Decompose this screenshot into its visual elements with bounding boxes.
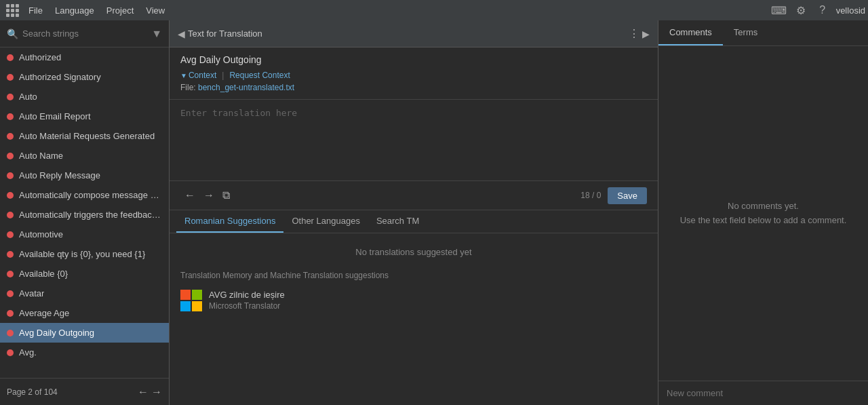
next-page-button[interactable]: → bbox=[151, 386, 162, 398]
main-layout: 🔍 ▼ AuthorizedAuthorized SignatoryAutoAu… bbox=[0, 20, 868, 405]
sidebar-item-authorized[interactable]: Authorized bbox=[0, 47, 169, 67]
next-string-button[interactable]: → bbox=[199, 187, 218, 204]
ms-logo bbox=[180, 290, 202, 311]
settings-icon[interactable]: ⚙ bbox=[793, 2, 809, 18]
menu-language[interactable]: Language bbox=[50, 3, 100, 18]
suggestions-tabs: Romanian SuggestionsOther LanguagesSearc… bbox=[170, 210, 658, 233]
status-dot bbox=[7, 54, 14, 61]
file-info: File: bench_get-untranslated.txt bbox=[180, 83, 647, 92]
sidebar-item-label: Authorized Signatory bbox=[19, 72, 101, 82]
right-panel: CommentsTerms No comments yet. Use the t… bbox=[658, 20, 868, 405]
status-dot bbox=[7, 251, 14, 258]
context-bar: ▼ Context | Request Context bbox=[180, 71, 647, 80]
copy-source-button[interactable]: ⧉ bbox=[218, 187, 234, 204]
prev-page-button[interactable]: ← bbox=[138, 386, 149, 398]
sidebar-item-label: Auto bbox=[19, 92, 37, 102]
status-dot bbox=[7, 271, 14, 277]
help-icon[interactable]: ? bbox=[814, 2, 831, 18]
sidebar-footer: Page 2 of 104 ← → bbox=[0, 378, 169, 405]
sidebar-item-auto-material[interactable]: Auto Material Requests Generated bbox=[0, 126, 169, 146]
request-context-link[interactable]: Request Context bbox=[229, 71, 290, 80]
sidebar-item-label: Avg Daily Outgoing bbox=[19, 328, 94, 338]
search-input[interactable] bbox=[22, 28, 147, 39]
status-dot bbox=[7, 192, 14, 199]
no-suggestions-text: No translations suggested yet bbox=[180, 240, 647, 264]
file-label: File: bbox=[180, 83, 196, 92]
status-dot bbox=[7, 153, 14, 159]
no-comments-line2: Use the text field below to add a commen… bbox=[680, 214, 847, 228]
separator: | bbox=[222, 71, 224, 80]
chevron-down-icon: ▼ bbox=[180, 72, 187, 79]
panel-header: ◀ Text for Translation ⋮ ▶ bbox=[170, 20, 658, 47]
right-footer bbox=[658, 381, 868, 405]
menu-file[interactable]: File bbox=[23, 3, 48, 18]
source-section: Avg Daily Outgoing ▼ Context | Request C… bbox=[170, 47, 658, 100]
sidebar-item-available[interactable]: Available {0} bbox=[0, 264, 169, 284]
status-dot bbox=[7, 212, 14, 218]
tm-header: Translation Memory and Machine Translati… bbox=[180, 271, 647, 280]
sidebar-item-auto-name[interactable]: Auto Name bbox=[0, 146, 169, 166]
keyboard-icon[interactable]: ⌨ bbox=[771, 2, 787, 18]
menu-project[interactable]: Project bbox=[101, 3, 139, 18]
sidebar-item-label: Automatically triggers the feedback ... bbox=[19, 210, 162, 220]
apps-grid-button[interactable] bbox=[3, 1, 22, 20]
new-comment-input[interactable] bbox=[667, 388, 860, 398]
sidebar-item-auto-triggers[interactable]: Automatically triggers the feedback ... bbox=[0, 205, 169, 225]
context-toggle[interactable]: ▼ Context bbox=[180, 71, 216, 80]
source-title: Avg Daily Outgoing bbox=[180, 54, 647, 65]
translation-textarea[interactable] bbox=[180, 108, 647, 169]
sidebar-item-avg[interactable]: Avg. bbox=[0, 343, 169, 362]
sidebar-item-automotive[interactable]: Automotive bbox=[0, 225, 169, 244]
status-dot bbox=[7, 94, 14, 100]
sidebar-item-authorized-signatory[interactable]: Authorized Signatory bbox=[0, 67, 169, 87]
collapse-left-button[interactable]: ◀ bbox=[178, 28, 185, 39]
translation-input-area bbox=[170, 100, 658, 181]
expand-right-button[interactable]: ▶ bbox=[642, 28, 650, 39]
char-count: 18 / 0 bbox=[580, 191, 601, 200]
sidebar-item-label: Available {0} bbox=[19, 269, 68, 279]
sidebar-item-avg-daily[interactable]: Avg Daily Outgoing bbox=[0, 323, 169, 343]
status-dot bbox=[7, 290, 14, 297]
status-dot bbox=[7, 310, 14, 317]
file-link[interactable]: bench_get-untranslated.txt bbox=[198, 83, 294, 92]
status-dot bbox=[7, 133, 14, 140]
context-label: Context bbox=[189, 71, 216, 80]
username[interactable]: vellosid bbox=[836, 5, 865, 16]
suggestion-item[interactable]: AVG zilnic de ieșire Microsoft Translato… bbox=[180, 284, 647, 317]
suggestions-tab-0[interactable]: Romanian Suggestions bbox=[176, 210, 283, 233]
right-tab-1[interactable]: Terms bbox=[723, 20, 768, 45]
sidebar-item-auto-email-report[interactable]: Auto Email Report bbox=[0, 107, 169, 126]
prev-string-button[interactable]: ← bbox=[180, 187, 199, 204]
sidebar-item-label: Automotive bbox=[19, 229, 63, 239]
sidebar-item-label: Auto Reply Message bbox=[19, 170, 100, 180]
pagination-arrows: ← → bbox=[138, 386, 162, 398]
sidebar-item-auto-reply[interactable]: Auto Reply Message bbox=[0, 166, 169, 185]
sidebar-item-average-age[interactable]: Average Age bbox=[0, 303, 169, 323]
sidebar-item-label: Auto Name bbox=[19, 151, 63, 161]
status-dot bbox=[7, 172, 14, 179]
status-dot bbox=[7, 113, 14, 120]
right-content: No comments yet. Use the text field belo… bbox=[658, 46, 868, 381]
filter-button[interactable]: ▼ bbox=[151, 28, 162, 40]
sidebar-item-auto-compose[interactable]: Automatically compose message on ... bbox=[0, 185, 169, 205]
search-icon: 🔍 bbox=[7, 28, 18, 39]
save-button[interactable]: Save bbox=[608, 187, 647, 204]
sidebar-item-label: Average Age bbox=[19, 308, 69, 318]
right-tab-0[interactable]: Comments bbox=[658, 20, 723, 45]
status-dot bbox=[7, 231, 14, 238]
more-options-button[interactable]: ⋮ bbox=[629, 27, 639, 40]
sidebar-item-label: Automatically compose message on ... bbox=[19, 190, 162, 200]
sidebar-list: AuthorizedAuthorized SignatoryAutoAuto E… bbox=[0, 47, 169, 378]
suggestions-tab-2[interactable]: Search TM bbox=[368, 210, 427, 233]
center-panel: ◀ Text for Translation ⋮ ▶ Avg Daily Out… bbox=[170, 20, 658, 405]
suggestions-tab-1[interactable]: Other Languages bbox=[283, 210, 368, 233]
menu-view[interactable]: View bbox=[140, 3, 170, 18]
sidebar-item-avatar[interactable]: Avatar bbox=[0, 284, 169, 303]
sidebar: 🔍 ▼ AuthorizedAuthorized SignatoryAutoAu… bbox=[0, 20, 170, 405]
sidebar-header: 🔍 ▼ bbox=[0, 20, 169, 47]
sidebar-item-label: Auto Email Report bbox=[19, 111, 91, 121]
sidebar-item-auto[interactable]: Auto bbox=[0, 87, 169, 107]
sidebar-item-available-qty[interactable]: Available qty is {0}, you need {1} bbox=[0, 244, 169, 264]
suggestion-source-text: Microsoft Translator bbox=[209, 301, 285, 311]
suggestion-main-text: AVG zilnic de ieșire bbox=[209, 290, 285, 300]
